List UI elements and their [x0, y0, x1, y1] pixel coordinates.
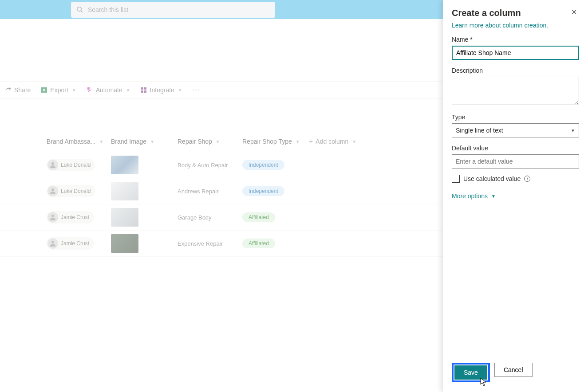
search-box[interactable]	[71, 2, 275, 18]
person-pill[interactable]: Jamie Crust	[47, 237, 94, 250]
cell-repair-shop: Body & Auto Repair	[178, 162, 228, 169]
column-header-brand-image[interactable]: Brand Image▼	[111, 138, 178, 145]
chevron-down-icon: ▼	[352, 139, 356, 144]
svg-point-6	[51, 188, 54, 191]
more-options-toggle[interactable]: More options ▼	[452, 192, 579, 200]
person-pill[interactable]: Jamie Crust	[47, 211, 94, 223]
avatar	[47, 160, 58, 170]
chevron-down-icon: ▼	[72, 88, 76, 93]
status-badge: Independent	[242, 160, 284, 170]
default-value-input[interactable]	[452, 154, 579, 169]
excel-icon	[40, 86, 47, 94]
create-column-panel: Create a column ✕ Learn more about colum…	[443, 0, 588, 392]
cancel-button[interactable]: Cancel	[494, 363, 533, 377]
avatar	[47, 212, 58, 223]
cell-repair-shop: Andrews Repair	[178, 188, 219, 195]
avatar	[47, 186, 58, 196]
integrate-icon	[140, 86, 147, 94]
chevron-down-icon: ▼	[178, 88, 182, 93]
use-calculated-checkbox[interactable]	[452, 175, 460, 183]
plus-icon: +	[309, 137, 313, 145]
panel-title: Create a column	[452, 8, 521, 18]
avatar	[47, 238, 58, 249]
type-select[interactable]: Single line of text ▼	[452, 123, 579, 137]
use-calculated-label: Use calculated value	[463, 175, 521, 182]
svg-rect-2	[144, 87, 146, 90]
thumbnail-image[interactable]	[111, 234, 138, 253]
learn-more-link[interactable]: Learn more about column creation.	[452, 22, 579, 29]
status-badge: Affiliated	[242, 212, 275, 222]
column-header-brand-ambassador[interactable]: Brand Ambassa...▼	[47, 138, 111, 145]
svg-rect-4	[144, 90, 146, 93]
column-header-repair-shop[interactable]: Repair Shop▼	[178, 138, 242, 145]
share-button[interactable]: Share	[4, 86, 31, 94]
name-input[interactable]	[452, 46, 579, 60]
add-column-button[interactable]: +Add column▼	[309, 137, 356, 145]
chevron-down-icon: ▼	[296, 139, 300, 144]
status-badge: Independent	[242, 186, 284, 196]
cell-repair-shop: Expensive Repair	[178, 240, 223, 247]
cell-repair-shop: Garage Body	[178, 214, 212, 221]
chevron-down-icon: ▼	[571, 128, 575, 133]
svg-point-5	[51, 162, 54, 165]
person-pill[interactable]: Luke Donald	[47, 159, 95, 171]
thumbnail-image[interactable]	[111, 208, 138, 227]
automate-button[interactable]: Automate ▼	[86, 86, 130, 94]
chevron-down-icon: ▼	[216, 139, 220, 144]
chevron-down-icon: ▼	[150, 139, 154, 144]
integrate-button[interactable]: Integrate ▼	[140, 86, 182, 94]
default-value-label: Default value	[452, 145, 579, 152]
svg-point-7	[51, 215, 54, 217]
info-icon[interactable]: i	[524, 176, 530, 182]
search-input[interactable]	[88, 6, 270, 13]
chevron-down-icon: ▼	[99, 139, 104, 144]
share-icon	[4, 86, 12, 94]
svg-point-8	[51, 241, 54, 243]
close-button[interactable]: ✕	[568, 8, 579, 16]
save-button[interactable]: Save	[454, 365, 487, 380]
automate-icon	[86, 86, 93, 94]
thumbnail-image[interactable]	[111, 182, 138, 200]
person-pill[interactable]: Luke Donald	[47, 185, 95, 197]
description-label: Description	[452, 67, 579, 74]
search-icon	[76, 6, 83, 13]
type-label: Type	[452, 114, 579, 121]
status-badge: Affiliated	[242, 239, 275, 248]
thumbnail-image[interactable]	[111, 156, 138, 174]
svg-rect-1	[141, 87, 143, 90]
name-label: Name *	[452, 36, 579, 43]
chevron-down-icon: ▼	[126, 88, 130, 93]
svg-rect-3	[141, 90, 143, 93]
export-button[interactable]: Export ▼	[40, 86, 76, 94]
column-header-repair-shop-type[interactable]: Repair Shop Type▼	[242, 138, 309, 145]
description-input[interactable]	[452, 77, 579, 105]
chevron-down-icon: ▼	[491, 194, 496, 199]
more-button[interactable]: ···	[192, 86, 201, 94]
save-highlight: Save	[452, 363, 490, 382]
